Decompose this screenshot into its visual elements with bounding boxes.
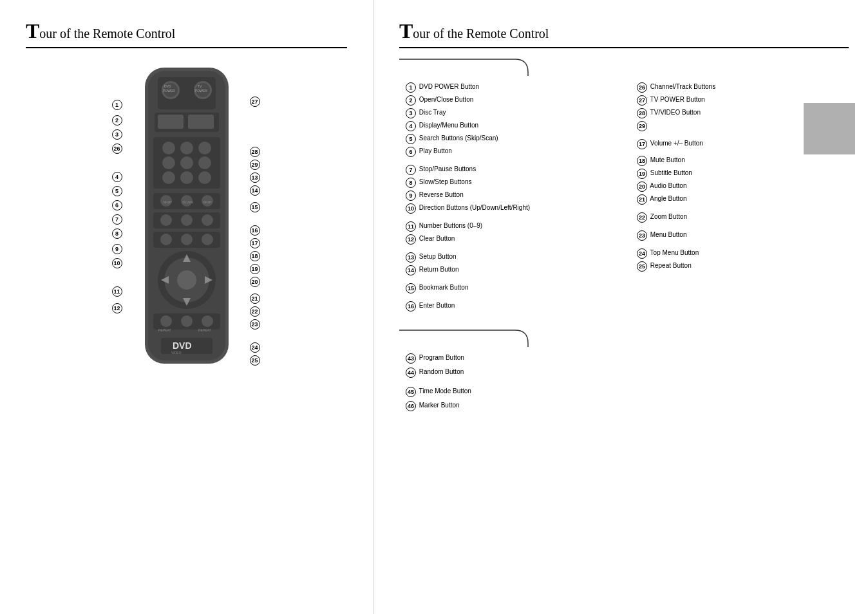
section2: 43 Program Button 44 Random Button 45 Ti… — [399, 329, 849, 413]
title-rest-right: our of the Remote Control — [413, 26, 549, 41]
svg-point-37 — [181, 234, 193, 245]
item-row-s2-3: 45 Time Mode Button — [406, 386, 849, 398]
callout-5: 5 — [112, 186, 124, 196]
svg-point-21 — [162, 171, 175, 184]
callout-29: 29 — [250, 160, 261, 170]
item-row-4: 4 Display/Menu Button — [406, 120, 618, 133]
callout-18: 18 — [250, 251, 261, 261]
section1-bracket — [399, 58, 541, 76]
item-row-7: 7 Stop/Pause Buttons — [406, 163, 618, 176]
svg-point-20 — [198, 156, 211, 169]
items-grid-section2: 43 Program Button 44 Random Button 45 Ti… — [399, 352, 849, 413]
remote-illustration-area: 1 2 3 26 4 5 6 — [26, 61, 347, 370]
item-row-13: 13 Setup Button — [406, 251, 618, 264]
svg-text:TV: TV — [198, 84, 202, 88]
item-row-18: 18 Mute Button — [637, 154, 849, 167]
callout-10: 10 — [112, 258, 124, 268]
callout-20: 20 — [250, 277, 261, 287]
item-row-2: 2 Open/Close Button — [406, 94, 618, 107]
item-row-20: 20 Audio Button — [637, 180, 849, 193]
item-row-1: 1 DVD POWER Button — [406, 81, 618, 94]
svg-point-33 — [181, 214, 193, 226]
svg-text:DVD: DVD — [173, 340, 192, 351]
page-container: T our of the Remote Control 1 2 3 26 — [0, 0, 868, 614]
title-big-t-left: T — [26, 19, 39, 43]
svg-point-17 — [198, 142, 211, 154]
callout-7: 7 — [112, 214, 124, 225]
item-row-6: 6 Play Button — [406, 145, 618, 158]
right-panel: T our of the Remote Control 1 DVD POWER … — [373, 0, 868, 614]
callout-4: 4 — [112, 172, 124, 182]
svg-text:SKIP: SKIP — [163, 200, 172, 204]
items-left-col: 1 DVD POWER Button 2 Open/Close Button 3… — [406, 81, 618, 313]
item-row-9: 9 Reverse Button — [406, 189, 618, 202]
svg-point-34 — [202, 214, 213, 226]
item-row-11: 11 Number Buttons (0–9) — [406, 220, 618, 233]
items-grid-section1: 1 DVD POWER Button 2 Open/Close Button 3… — [399, 81, 849, 313]
item-row-25: 25 Repeat Button — [637, 260, 849, 273]
svg-point-15 — [162, 142, 175, 154]
svg-point-36 — [160, 234, 172, 245]
callout-23: 23 — [250, 319, 261, 330]
callout-14: 14 — [250, 185, 261, 196]
item-row-26: 26 Channel/Track Buttons — [637, 81, 849, 94]
callout-12: 12 — [112, 303, 124, 313]
callout-2: 2 — [112, 115, 124, 126]
item-row-14: 14 Return Button — [406, 264, 618, 277]
item-row-22: 22 Zoom Button — [637, 211, 849, 224]
callout-28: 28 — [250, 147, 261, 157]
svg-text:VIDEO: VIDEO — [171, 351, 182, 355]
svg-point-19 — [180, 156, 193, 169]
callout-16: 16 — [250, 225, 261, 236]
svg-point-23 — [198, 171, 211, 184]
item-row-s2-2: 44 Random Button — [406, 366, 849, 379]
svg-point-18 — [162, 156, 175, 169]
left-section-title: T our of the Remote Control — [26, 19, 347, 48]
svg-text:SCAN: SCAN — [182, 200, 193, 204]
callout-9: 9 — [112, 244, 124, 254]
callout-26: 26 — [112, 144, 124, 154]
section2-bracket — [399, 329, 541, 347]
svg-text:POWER: POWER — [195, 89, 207, 93]
item-row-5: 5 Search Buttons (Skip/Scan) — [406, 133, 618, 145]
callout-27: 27 — [250, 97, 261, 107]
svg-point-38 — [202, 234, 213, 245]
svg-point-47 — [160, 315, 172, 327]
item-row-10: 10 Direction Buttons (Up/Down/Left/Right… — [406, 202, 618, 215]
callout-19: 19 — [250, 264, 261, 274]
item-row-19: 19 Subtitle Button — [637, 167, 849, 180]
callout-11: 11 — [112, 286, 124, 297]
remote-svg: DVD POWER TV POWER — [129, 61, 245, 370]
svg-point-16 — [180, 142, 193, 154]
svg-text:SKIP: SKIP — [203, 200, 212, 204]
left-panel: T our of the Remote Control 1 2 3 26 — [0, 0, 373, 614]
callout-8: 8 — [112, 228, 124, 239]
callout-13: 13 — [250, 172, 261, 183]
svg-rect-13 — [188, 115, 214, 129]
callout-3: 3 — [112, 129, 124, 140]
callout-15: 15 — [250, 202, 261, 212]
item-row-8: 8 Slow/Step Buttons — [406, 176, 618, 189]
callout-21: 21 — [250, 293, 261, 304]
svg-point-32 — [160, 214, 172, 226]
title-rest-left: our of the Remote Control — [39, 26, 175, 41]
title-big-t-right: T — [399, 19, 413, 43]
callout-24: 24 — [250, 342, 261, 353]
item-row-s2-1: 43 Program Button — [406, 352, 849, 365]
gray-decorative-box — [804, 103, 855, 154]
svg-point-41 — [177, 270, 196, 290]
item-row-16: 16 Enter Button — [406, 300, 618, 313]
svg-rect-12 — [158, 115, 184, 129]
callout-25: 25 — [250, 355, 261, 366]
svg-point-22 — [180, 171, 193, 184]
item-row-12: 12 Clear Button — [406, 233, 618, 246]
svg-point-49 — [202, 315, 213, 327]
item-row-24: 24 Top Menu Button — [637, 247, 849, 260]
callout-22: 22 — [250, 306, 261, 317]
item-row-3: 3 Disc Tray — [406, 107, 618, 120]
item-row-21: 21 Angle Button — [637, 193, 849, 206]
svg-text:POWER: POWER — [163, 89, 175, 93]
callout-1: 1 — [112, 100, 124, 110]
svg-text:DVD: DVD — [164, 84, 171, 88]
callout-6: 6 — [112, 200, 124, 210]
